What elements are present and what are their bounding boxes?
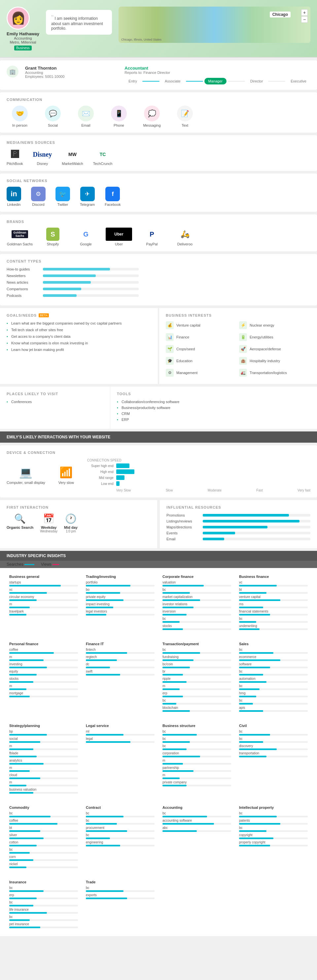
map-zoom-out[interactable]: − [301,16,308,23]
map-zoom-in[interactable]: + [301,9,308,16]
kw-bc-bs3: bc [162,744,231,750]
biz-finance-label: Finance [176,335,189,339]
biz-finance-icon: 📊 [166,333,174,341]
kw-exports: exports [86,893,155,899]
industry-columns-row1: Business general startups vc circular ec… [6,572,311,634]
maps-bar [203,526,267,528]
kw-m-sp3: m [9,780,78,786]
kw-corporation: corporation [162,751,231,757]
tab-views[interactable]: Views [41,562,59,567]
biz-transport: 🚛 Transportation/logistics [239,369,311,377]
comm-social-label: Social [40,123,66,127]
brand-deliveroo: 🛵 Deliveroo [172,228,198,246]
col-finance-it-title: Finance IT [86,642,155,646]
listings-bar [203,520,299,522]
interaction-resources-row: FIRST INTERACTION 🔍 Organic Search 📅 Wee… [0,500,317,548]
col-contract-title: Contract [86,805,155,810]
profile-tag: Business [14,46,32,51]
media-section: MEDIA/NEWS SOURCES 🅿 PitchBook Disney Di… [0,135,317,171]
media-pitchbook: 🅿 PitchBook [6,148,23,165]
career-bar [142,81,160,82]
kw-procurement: procurement [86,826,155,832]
kw-m-bs: m [162,759,231,765]
kw-bc-ac1: bc [162,811,231,818]
col-civil: Civil bc bc discovery transportation [237,721,311,798]
kw-bc-in2: bc [9,900,78,907]
speed-fast: Fast [256,488,263,492]
social-telegram: ✈ Telegram [80,187,95,207]
industry-grid: Business general startups vc circular ec… [0,568,317,936]
kw-fblade: fblade [9,751,78,757]
kw-bc-ip1: bc [239,811,308,818]
kw-stocks: stocks [162,624,231,630]
kw-m-bs2: m [162,773,231,779]
brands-grid: GoldmanSachs Goldman Sachs S Shopify G G… [6,228,311,246]
career-director: Director [247,78,267,84]
conn-low-label: Low end [87,482,114,485]
communication-title: COMMUNICATION [6,98,311,102]
kw-bc-bs1: bc [162,730,231,736]
kw-accounting-software: accounting software [162,819,231,825]
kw-bc-co2: bc [9,848,78,854]
profile-quote: " I am seeking information about sam alt… [46,10,112,35]
goldman-logo: GoldmanSachs [6,228,33,241]
col-intellectual-title: Intellectual property [239,805,308,810]
conn-speed-labels: Very Slow Slow Moderate Fast Very fast [87,488,311,492]
col-insurance-title: Insurance [9,880,78,884]
map-location-label: Chicago, Illinois, United States [121,38,162,41]
deliveroo-logo: 🛵 [172,228,198,241]
biz-crops-icon: 🌱 [166,345,174,353]
work-icon: 🏢 [6,66,19,78]
biz-crops-label: Crops/seed [176,347,195,351]
kw-bc1: bc [162,588,231,594]
profile-map[interactable]: Chicago + − Chicago, Illinois, United St… [118,6,311,43]
work-role-title: Accountant [125,66,311,71]
tools-title: TOOLS [117,392,311,396]
content-news-bar-wrap [43,281,139,284]
kw-underwriting: underwriting [239,624,308,630]
brands-title: BRANDS [6,220,311,224]
goals-badge: BETA [38,313,49,317]
brand-uber: Uber Uber [106,228,132,246]
kw-legal: legal [86,737,155,743]
kw-cotton: cotton [9,840,78,846]
business-interests-grid: 💰 Venture capital ⚡ Nuclear energy 📊 Fin… [166,321,311,379]
promo-bar-wrap [203,514,311,517]
kw-bc-tr1: bc [86,886,155,892]
techcrunch-logo: TC [93,148,113,160]
interact-midday: 🕐 Mid day 1:0 pm [64,513,78,533]
computer-icon: 💻 [6,466,45,479]
career-executive: Executive [287,78,311,84]
searches-indicator [24,564,34,565]
emily-header: EMILY'S LIKELY INTERACTIONS WITH YOUR WE… [0,431,317,443]
biz-venture-icon: 💰 [166,321,174,329]
deliveroo-label: Deliveroo [172,242,198,246]
quote-text: I am seeking information about sam altma… [51,16,103,31]
col-strategy: Strategy/planning bp social m fblade ana… [6,721,80,798]
tab-searches[interactable]: Searches [6,562,34,567]
col-trade: Trade bc exports [83,877,157,932]
kw-life-insurance: life insurance [9,908,78,914]
discord-label: Discord [31,202,46,207]
brand-paypal: P PayPal [139,228,165,246]
kw-circular: circular economy [9,595,78,601]
content-podcasts: Podcasts [6,294,139,298]
maps-bar-wrap [203,526,311,528]
career-bar2 [186,81,203,82]
industry-columns-row2: Personal finance coffee m investing equi… [6,639,311,716]
kw-corn: corn [9,855,78,861]
kw-bc-co1: bc [9,811,78,818]
career-associate: Associate [161,78,184,84]
interact-midday-sub: 1:0 pm [64,530,78,533]
page-container: 👩 Emily Hathaway Accounting Metro, Mille… [0,0,317,936]
goal-3: Get acces to a company's client data [6,334,151,339]
kw-cloud: cloud [9,773,78,779]
kw-fundraising: fundraising [162,655,231,661]
connection-levels: Super high end High end Mid range Low en… [87,463,311,486]
comm-text-label: Text [172,123,198,127]
place-conferences: Conferences [6,400,103,404]
connection-chart: CONNECTION SPEED Super high end High end… [87,458,311,492]
biz-aerospace-icon: 🚀 [239,345,247,353]
col-insurance: Insurance bc erp bc life insurance bc pe… [6,877,80,932]
content-newsletters: Newsletters [6,274,139,278]
